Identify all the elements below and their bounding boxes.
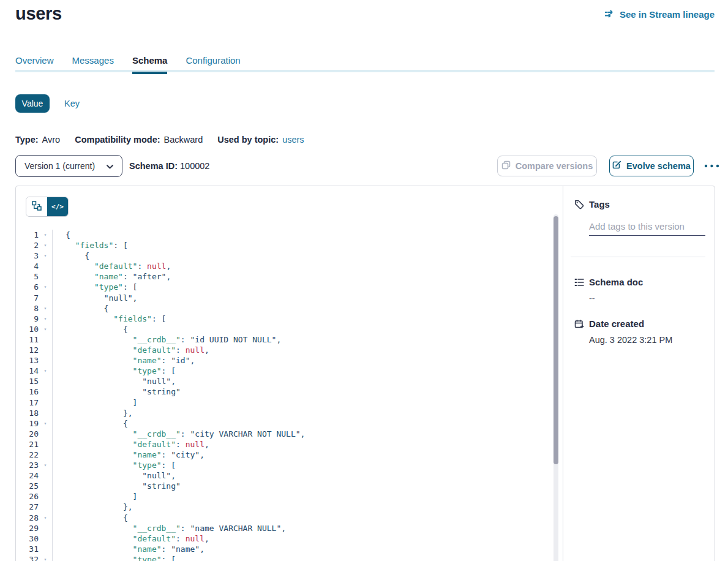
fold-toggle-icon[interactable]: ▾ [39, 314, 52, 324]
editor-scrollbar[interactable] [554, 214, 558, 561]
editor-scrollbar-thumb[interactable] [554, 216, 558, 464]
fold-spacer [39, 334, 52, 345]
line-number: 16 [16, 386, 39, 397]
fold-toggle-icon[interactable]: ▾ [39, 513, 52, 523]
line-number: 12 [16, 345, 39, 355]
fold-toggle-icon[interactable]: ▾ [39, 250, 52, 261]
code-text: ] [53, 397, 137, 408]
line-number: 5 [16, 271, 39, 282]
line-number: 26 [16, 491, 39, 502]
code-text: }, [53, 502, 133, 512]
fold-spacer [39, 386, 52, 397]
fold-toggle-icon[interactable]: ▾ [39, 240, 52, 250]
code-view-button[interactable]: </> [47, 197, 68, 216]
code-text: "null", [53, 376, 176, 386]
code-text: "name": "id", [53, 355, 195, 366]
fold-spacer [39, 533, 52, 544]
code-text: "__crdb__": "id UUID NOT NULL", [53, 334, 281, 345]
line-number: 22 [16, 450, 39, 460]
code-text: { [53, 324, 128, 334]
code-line: 10▾ { [16, 324, 552, 334]
version-select[interactable]: Version 1 (current) [15, 155, 122, 177]
tab-schema[interactable]: Schema [132, 55, 168, 70]
line-number: 28 [16, 513, 39, 523]
evolve-schema-label: Evolve schema [626, 161, 691, 171]
code-line: 27 }, [16, 502, 552, 512]
value-toggle-button[interactable]: Value [15, 94, 50, 113]
add-tags-input[interactable] [589, 220, 705, 236]
schema-doc-value: -- [589, 293, 705, 303]
compare-versions-label: Compare versions [516, 161, 593, 171]
line-number: 27 [16, 502, 39, 512]
stream-lineage-link[interactable]: See in Stream lineage [604, 9, 715, 20]
code-text: "name": "name", [53, 544, 205, 554]
fold-toggle-icon[interactable]: ▾ [39, 418, 52, 429]
line-number: 11 [16, 334, 39, 345]
code-line: 30 "default": null, [16, 533, 552, 544]
fold-spacer [39, 544, 52, 554]
line-number: 18 [16, 408, 39, 418]
copy-icon [501, 160, 511, 171]
tab-configuration[interactable]: Configuration [186, 55, 240, 70]
code-line: 18 }, [16, 408, 552, 418]
fold-spacer [39, 271, 52, 282]
fold-toggle-icon[interactable]: ▾ [39, 554, 52, 561]
line-number: 1 [16, 230, 39, 240]
code-line: 19▾ { [16, 418, 552, 429]
fold-spacer [39, 470, 52, 481]
tree-view-icon [32, 201, 42, 213]
edit-icon [612, 160, 621, 171]
fold-toggle-icon[interactable]: ▾ [39, 324, 52, 334]
code-line: 4 "default": null, [16, 261, 552, 271]
code-line: 26 ] [16, 491, 552, 502]
code-text: "null", [53, 293, 137, 303]
line-number: 19 [16, 418, 39, 429]
code-line: 28▾ { [16, 513, 552, 523]
tags-section: Tags [574, 199, 705, 236]
code-text: "type": [ [53, 460, 176, 470]
code-text: { [53, 230, 70, 240]
fold-toggle-icon[interactable]: ▾ [39, 282, 52, 292]
tags-title: Tags [589, 199, 610, 209]
code-line: 31 "name": "name", [16, 544, 552, 554]
line-number: 21 [16, 439, 39, 450]
fold-toggle-icon[interactable]: ▾ [39, 230, 52, 240]
tab-overview[interactable]: Overview [15, 55, 54, 70]
code-line: 2▾ "fields": [ [16, 240, 552, 250]
code-text: "default": null, [53, 439, 209, 450]
tab-messages[interactable]: Messages [72, 55, 114, 70]
code-text: "default": null, [53, 533, 209, 544]
compare-versions-button[interactable]: Compare versions [497, 156, 597, 176]
code-text: { [53, 303, 108, 314]
code-view-icon: </> [51, 203, 64, 211]
code-text: "name": "after", [53, 271, 171, 282]
fold-spacer [39, 439, 52, 450]
code-text: { [53, 418, 128, 429]
fold-toggle-icon[interactable]: ▾ [39, 366, 52, 376]
fold-spacer [39, 397, 52, 408]
line-number: 15 [16, 376, 39, 386]
schema-code-editor: 1▾{2▾ "fields": [3▾ {4 "default": null,5… [16, 230, 552, 561]
code-line: 29 "__crdb__": "name VARCHAR NULL", [16, 523, 552, 533]
date-created-section: Date created Aug. 3 2022 3:21 PM [574, 318, 705, 345]
fold-spacer [39, 376, 52, 386]
key-toggle-button[interactable]: Key [64, 99, 80, 108]
schema-id-value: 100002 [180, 161, 209, 171]
fold-toggle-icon[interactable]: ▾ [39, 460, 52, 470]
code-line: 13 "name": "id", [16, 355, 552, 366]
code-text: "__crdb__": "name VARCHAR NULL", [53, 523, 286, 533]
code-text: "default": null, [53, 261, 171, 271]
line-number: 4 [16, 261, 39, 271]
tree-view-button[interactable] [26, 197, 47, 216]
more-actions-button[interactable] [702, 158, 722, 172]
list-icon [574, 277, 584, 287]
code-text: { [53, 250, 89, 261]
ellipsis-icon [704, 160, 719, 170]
used-by-topic-link[interactable]: users [282, 135, 304, 145]
fold-spacer [39, 502, 52, 512]
code-line: 17 ] [16, 397, 552, 408]
evolve-schema-button[interactable]: Evolve schema [609, 156, 694, 176]
compatibility-value: Backward [164, 135, 203, 145]
fold-toggle-icon[interactable]: ▾ [39, 303, 52, 314]
version-select-value: Version 1 (current) [24, 161, 95, 171]
